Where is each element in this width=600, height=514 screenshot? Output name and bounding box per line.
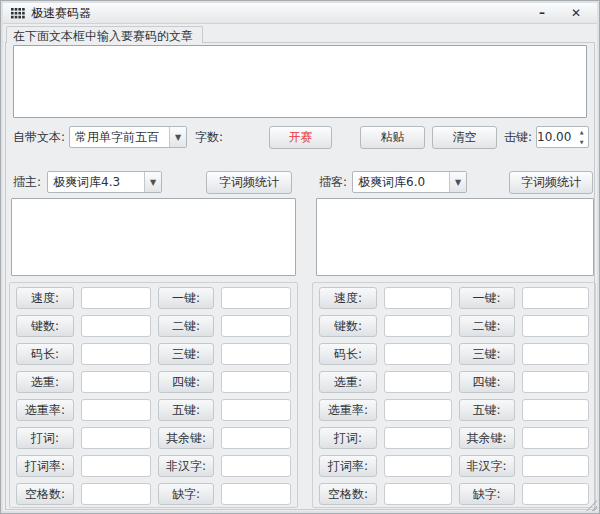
stat-label-non-chinese: 非汉字: — [459, 455, 515, 477]
stat-field-three-key[interactable] — [522, 343, 590, 365]
stat-field-reselect[interactable] — [81, 371, 151, 393]
stat-field-one-key[interactable] — [522, 287, 590, 309]
stat-label-reselect: 选重: — [319, 371, 377, 393]
stat-label-key-count: 键数: — [16, 315, 74, 337]
stat-field-five-key[interactable] — [522, 399, 590, 421]
stat-field-word-rate[interactable] — [81, 455, 151, 477]
stat-field-two-key[interactable] — [221, 315, 291, 337]
stat-label-three-key: 三键: — [158, 343, 214, 365]
stat-label-one-key: 一键: — [158, 287, 214, 309]
builtin-text-value: 常用单字前五百 — [70, 127, 169, 147]
defender-dictionary-value: 极爽词库4.3 — [48, 172, 144, 192]
stat-label-space-count: 空格数: — [319, 483, 377, 505]
stat-field-speed[interactable] — [384, 287, 452, 309]
builtin-text-label: 自带文本: — [13, 126, 65, 148]
keystroke-spinner[interactable]: 10.00 ▲ ▼ — [536, 126, 589, 148]
stat-field-word[interactable] — [81, 427, 151, 449]
stat-field-word[interactable] — [384, 427, 452, 449]
close-button[interactable]: ✕ — [571, 6, 581, 20]
stat-label-four-key: 四键: — [158, 371, 214, 393]
stat-label-three-key: 三键: — [459, 343, 515, 365]
keystroke-value: 10.00 — [537, 127, 575, 147]
stat-label-missing-char: 缺字: — [459, 483, 515, 505]
stat-label-other-keys: 其余键: — [459, 427, 515, 449]
stat-label-speed: 速度: — [319, 287, 377, 309]
stat-field-one-key[interactable] — [221, 287, 291, 309]
stat-field-space-count[interactable] — [81, 483, 151, 505]
challenger-stats-group: 速度: 一键: 键数: 二键: 码长: 三键: 选重: 四键: 选重率: 五键:… — [312, 282, 596, 508]
stat-field-key-count[interactable] — [384, 315, 452, 337]
paste-button[interactable]: 粘贴 — [360, 126, 425, 149]
stat-label-word: 打词: — [16, 427, 74, 449]
stat-label-one-key: 一键: — [459, 287, 515, 309]
stat-label-five-key: 五键: — [459, 399, 515, 421]
defender-freq-stats-button[interactable]: 字词频统计 — [206, 171, 292, 194]
stat-field-two-key[interactable] — [522, 315, 590, 337]
stat-field-non-chinese[interactable] — [221, 455, 291, 477]
stat-label-five-key: 五键: — [158, 399, 214, 421]
challenger-dictionary-select[interactable]: 极爽词库6.0 ▼ — [352, 171, 467, 193]
stat-field-key-count[interactable] — [81, 315, 151, 337]
stat-label-code-length: 码长: — [319, 343, 377, 365]
start-race-button[interactable]: 开赛 — [269, 126, 332, 149]
stat-label-word-rate: 打词率: — [319, 455, 377, 477]
challenger-label: 擂客: — [319, 171, 347, 193]
grid-icon — [11, 8, 25, 19]
stat-field-code-length[interactable] — [81, 343, 151, 365]
stat-label-reselect: 选重: — [16, 371, 74, 393]
stat-label-reselect-rate: 选重率: — [319, 399, 377, 421]
stat-label-non-chinese: 非汉字: — [158, 455, 214, 477]
clear-button[interactable]: 清空 — [432, 126, 497, 149]
window-title: 极速赛码器 — [31, 5, 91, 22]
chevron-down-icon: ▼ — [144, 172, 161, 192]
stat-label-two-key: 二键: — [459, 315, 515, 337]
defender-label: 擂主: — [13, 171, 41, 193]
word-count-label: 字数: — [195, 126, 223, 148]
stat-field-non-chinese[interactable] — [522, 455, 590, 477]
challenger-freq-stats-button[interactable]: 字词频统计 — [509, 171, 593, 194]
stat-field-reselect[interactable] — [384, 371, 452, 393]
stat-label-reselect-rate: 选重率: — [16, 399, 74, 421]
stat-field-missing-char[interactable] — [522, 483, 590, 505]
stat-label-speed: 速度: — [16, 287, 74, 309]
title-bar: 极速赛码器 – ✕ — [3, 3, 597, 24]
stat-label-word: 打词: — [319, 427, 377, 449]
stat-label-code-length: 码长: — [16, 343, 74, 365]
spin-up-icon[interactable]: ▲ — [575, 127, 588, 137]
stat-field-speed[interactable] — [81, 287, 151, 309]
stat-label-space-count: 空格数: — [16, 483, 74, 505]
defender-stats-group: 速度: 一键: 键数: 二键: 码长: 三键: 选重: 四键: 选重率: 五键:… — [9, 282, 298, 508]
stat-field-other-keys[interactable] — [221, 427, 291, 449]
stat-field-reselect-rate[interactable] — [81, 399, 151, 421]
stat-field-four-key[interactable] — [221, 371, 291, 393]
stat-field-five-key[interactable] — [221, 399, 291, 421]
challenger-result-box[interactable] — [316, 198, 594, 276]
stat-label-key-count: 键数: — [319, 315, 377, 337]
defender-dictionary-select[interactable]: 极爽词库4.3 ▼ — [47, 171, 162, 193]
stat-label-four-key: 四键: — [459, 371, 515, 393]
chevron-down-icon: ▼ — [449, 172, 466, 192]
stat-field-code-length[interactable] — [384, 343, 452, 365]
builtin-text-select[interactable]: 常用单字前五百 ▼ — [69, 126, 187, 148]
stat-field-space-count[interactable] — [384, 483, 452, 505]
stat-field-four-key[interactable] — [522, 371, 590, 393]
challenger-dictionary-value: 极爽词库6.0 — [353, 172, 449, 192]
minimize-button[interactable]: – — [539, 6, 545, 20]
spin-down-icon[interactable]: ▼ — [575, 137, 588, 147]
chevron-down-icon: ▼ — [169, 127, 186, 147]
keystroke-label: 击键: — [504, 126, 532, 148]
stat-label-two-key: 二键: — [158, 315, 214, 337]
race-text-input[interactable] — [13, 45, 587, 118]
stat-label-missing-char: 缺字: — [158, 483, 214, 505]
tab-input-hint[interactable]: 在下面文本框中输入要赛码的文章 — [6, 26, 203, 43]
stat-field-word-rate[interactable] — [384, 455, 452, 477]
stat-field-missing-char[interactable] — [221, 483, 291, 505]
stat-field-three-key[interactable] — [221, 343, 291, 365]
stat-field-other-keys[interactable] — [522, 427, 590, 449]
app-window: 极速赛码器 – ✕ 在下面文本框中输入要赛码的文章 自带文本: 常用单字前五百 … — [0, 0, 600, 514]
defender-result-box[interactable] — [11, 198, 296, 276]
stat-label-word-rate: 打词率: — [16, 455, 74, 477]
stat-field-reselect-rate[interactable] — [384, 399, 452, 421]
stat-label-other-keys: 其余键: — [158, 427, 214, 449]
